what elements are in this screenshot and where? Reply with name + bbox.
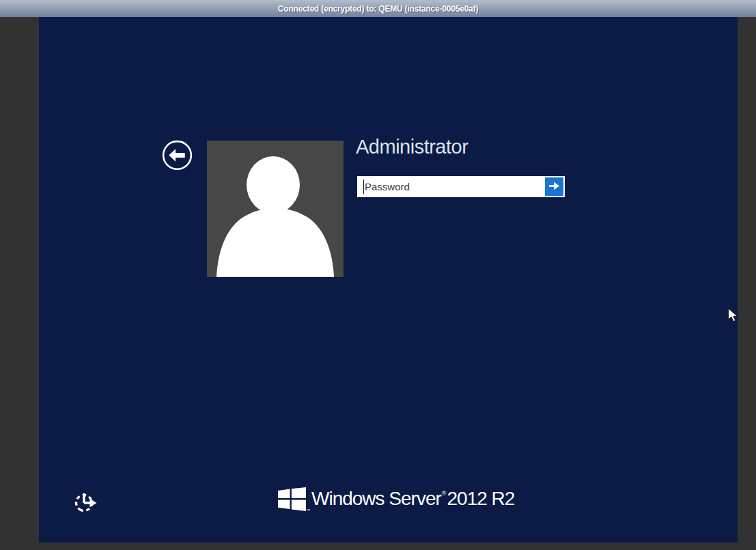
back-button[interactable] — [161, 139, 193, 171]
os-brand: ™ Windows Server®2012 R2 — [278, 486, 514, 512]
ease-of-access-button[interactable] — [73, 491, 99, 515]
vnc-viewer-window: { "viewer": { "titlebar": { "text": "Con… — [0, 0, 756, 550]
registered-mark: ® — [442, 490, 447, 497]
os-brand-name: Windows Server — [311, 488, 441, 509]
vnc-status-bar: Connected (encrypted) to: QEMU (instance… — [0, 0, 756, 17]
submit-password-button[interactable] — [545, 177, 563, 196]
mouse-cursor-icon — [727, 308, 738, 323]
os-brand-text: Windows Server®2012 R2 — [311, 488, 514, 510]
arrow-left-circle-icon — [161, 163, 193, 173]
password-field-group — [357, 176, 565, 197]
text-caret — [363, 179, 364, 194]
password-input[interactable] — [357, 176, 543, 197]
os-brand-version: 2012 R2 — [447, 488, 514, 509]
logon-screen: Administrator — [39, 17, 738, 542]
user-silhouette-icon — [207, 267, 344, 277]
ease-of-access-icon — [74, 506, 99, 516]
flag-trademark-mark: ™ — [306, 508, 310, 512]
windows-flag-icon: ™ — [278, 487, 306, 511]
user-avatar — [207, 141, 344, 277]
arrow-right-icon — [548, 182, 560, 192]
username-label: Administrator — [356, 136, 468, 158]
vnc-connection-status: Connected (encrypted) to: QEMU (instance… — [278, 4, 478, 14]
